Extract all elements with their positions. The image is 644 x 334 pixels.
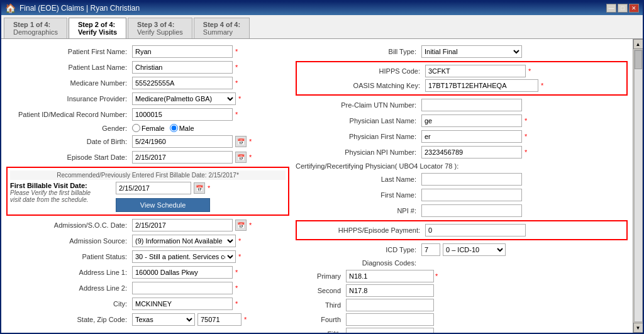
restore-button[interactable]: □ <box>618 4 628 13</box>
application-window: 🏠 Final (EOE) Claims | Ryan Christian — … <box>0 0 644 334</box>
cert-last-input[interactable] <box>421 173 522 186</box>
zip-input[interactable] <box>197 313 242 326</box>
view-schedule-button[interactable]: View Schedule <box>116 198 210 212</box>
physician-first-row: Physician First Name: * <box>296 130 628 143</box>
physician-npi-input[interactable] <box>421 146 522 159</box>
steps-bar: Step 1 of 4: Demographics Step 2 of 4: V… <box>1 15 643 39</box>
dob-calendar-icon[interactable]: 📅 <box>235 136 247 147</box>
physician-last-input[interactable] <box>421 114 522 127</box>
hipps-oasis-box: HIPPS Code: * OASIS Matching Key: <box>296 61 628 96</box>
required-star: * <box>235 111 238 118</box>
required-star: * <box>238 95 241 103</box>
diagnosis-second-input[interactable] <box>346 284 434 297</box>
address1-row: Address Line 1: * <box>6 266 289 279</box>
preclaim-utn-row: Pre-Claim UTN Number: <box>296 99 628 111</box>
vertical-scrollbar: ▲ ▼ <box>633 39 643 333</box>
diagnosis-fourth-input[interactable] <box>346 313 434 326</box>
preclaim-utn-input[interactable] <box>421 99 522 111</box>
cert-first-input[interactable] <box>421 189 522 201</box>
address1-input[interactable] <box>132 266 233 279</box>
icd-type-select[interactable]: 0 – ICD-10 <box>443 243 506 256</box>
patient-first-name-label: Patient First Name: <box>6 48 132 55</box>
step-3-tab[interactable]: Step 3 of 4: Verify Supplies <box>128 18 192 38</box>
address2-label: Address Line 2: <box>6 284 132 292</box>
window-title: Final (EOE) Claims | Ryan Christian <box>19 4 140 13</box>
address2-input[interactable] <box>132 282 233 294</box>
physician-first-label: Physician First Name: <box>296 133 421 140</box>
patient-first-name-input[interactable] <box>132 45 233 58</box>
admission-source-label: Admission Source: <box>6 237 132 245</box>
diagnosis-fourth-label: Fourth <box>296 316 346 323</box>
preclaim-utn-label: Pre-Claim UTN Number: <box>296 101 421 109</box>
diagnosis-second-row: Second <box>296 284 628 297</box>
gender-female-label: Female <box>132 124 165 132</box>
diagnosis-primary-input[interactable] <box>346 270 434 282</box>
dob-label: Date of Birth: <box>6 138 132 145</box>
physician-last-label: Physician Last Name: <box>296 117 421 125</box>
cert-last-row: Last Name: <box>296 173 628 186</box>
address2-row: Address Line 2: * <box>6 282 289 294</box>
patient-id-row: Patient ID/Medical Record Number: * <box>6 108 289 121</box>
diagnosis-primary-row: Primary * <box>296 270 628 282</box>
admission-source-select[interactable]: (9) Information Not Available <box>132 235 236 247</box>
title-bar: 🏠 Final (EOE) Claims | Ryan Christian — … <box>1 1 643 15</box>
first-billable-label: First Billable Visit Date: <box>10 182 111 189</box>
icd-type-input[interactable] <box>421 243 440 256</box>
patient-last-name-input[interactable] <box>132 61 233 74</box>
hipps-code-row: HIPPS Code: * <box>299 65 624 77</box>
cert-npi-row: NPI #: <box>296 204 628 217</box>
insurance-provider-select[interactable]: Medicare(Palmetto GBA) <box>132 92 236 105</box>
first-billable-input[interactable] <box>116 182 191 194</box>
step-2-tab[interactable]: Step 2 of 4: Verify Visits <box>69 18 126 38</box>
cert-npi-input[interactable] <box>421 204 522 217</box>
diagnosis-second-label: Second <box>296 287 346 294</box>
city-row: City: * <box>6 298 289 310</box>
hhpps-input[interactable] <box>425 224 526 237</box>
diagnosis-fifth-input[interactable] <box>346 328 434 333</box>
required-star: * <box>235 300 238 308</box>
medicare-number-row: Medicare Number: * <box>6 77 289 89</box>
city-input[interactable] <box>132 298 233 310</box>
patient-id-input[interactable] <box>132 108 233 121</box>
diagnosis-section: Diagnosis Codes: Primary * Second <box>296 259 628 333</box>
step-1-tab[interactable]: Step 1 of 4: Demographics <box>4 18 67 38</box>
required-star: * <box>525 117 527 125</box>
gender-radio-group: Female Male <box>132 124 194 132</box>
medicare-number-input[interactable] <box>132 77 233 89</box>
physician-first-input[interactable] <box>421 130 522 143</box>
admission-date-input[interactable] <box>132 219 233 231</box>
state-select[interactable]: Texas <box>132 313 195 326</box>
hipps-code-label: HIPPS Code: <box>299 67 425 75</box>
episode-start-input[interactable] <box>132 151 233 164</box>
cert-first-row: First Name: <box>296 189 628 201</box>
episode-start-calendar-icon[interactable]: 📅 <box>235 152 247 163</box>
address1-label: Address Line 1: <box>6 269 132 276</box>
bill-type-select[interactable]: Initial Final <box>421 45 522 58</box>
minimize-button[interactable]: — <box>606 4 616 13</box>
physician-last-row: Physician Last Name: * <box>296 114 628 127</box>
patient-status-select[interactable]: 30 - Still a patient. Services cc <box>132 250 236 263</box>
required-star: * <box>249 221 252 229</box>
step-4-tab[interactable]: Step 4 of 4: Summary <box>194 18 250 38</box>
admission-date-calendar-icon[interactable]: 📅 <box>235 220 247 231</box>
diagnosis-third-row: Third <box>296 299 628 311</box>
diagnosis-third-input[interactable] <box>346 299 434 311</box>
required-star: * <box>541 82 543 89</box>
patient-first-name-row: Patient First Name: * <box>6 45 289 58</box>
right-column: Bill Type: Initial Final HIPPS <box>296 45 628 333</box>
oasis-key-input[interactable] <box>425 79 538 92</box>
gender-male-radio[interactable] <box>170 124 178 132</box>
first-billable-calendar-icon[interactable]: 📅 <box>194 182 205 194</box>
gender-female-radio[interactable] <box>132 124 140 132</box>
episode-start-row: Episode Start Date: 📅 * <box>6 151 289 164</box>
window-controls: — □ ✕ <box>606 4 639 13</box>
hipps-code-input[interactable] <box>425 65 526 77</box>
scroll-up-button[interactable]: ▲ <box>633 39 643 49</box>
scroll-down-button[interactable]: ▼ <box>633 323 643 333</box>
cert-npi-label: NPI #: <box>296 207 421 214</box>
required-star: * <box>528 67 531 75</box>
close-button[interactable]: ✕ <box>629 4 639 13</box>
scroll-thumb[interactable] <box>635 50 642 69</box>
dob-input[interactable] <box>132 135 233 148</box>
hhpps-label: HHPPS/Episode Payment: <box>299 226 425 234</box>
